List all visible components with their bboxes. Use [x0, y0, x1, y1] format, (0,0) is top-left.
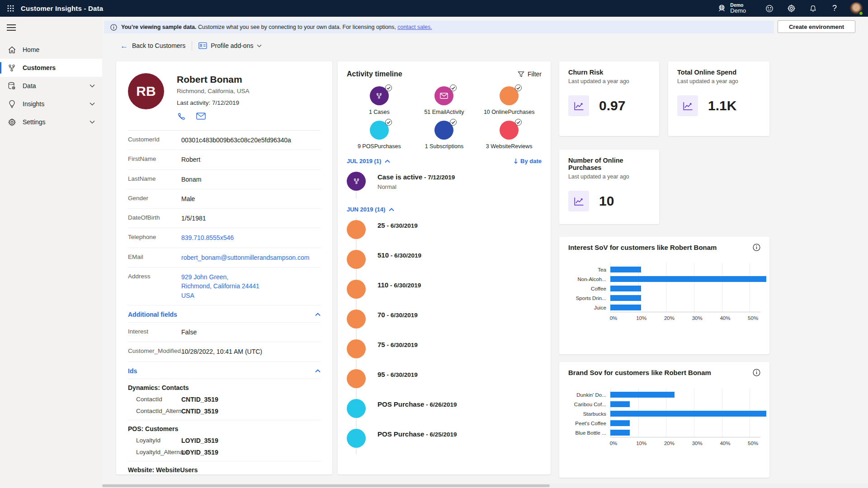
top-app-bar: Customer Insights - Data Demo Demo — [0, 0, 868, 17]
id-value: CNTID_3519 — [181, 408, 218, 415]
activity-type-emailactivity[interactable]: 51 EmailActivity — [412, 86, 477, 115]
chart-tick-label: 20% — [664, 315, 675, 321]
environment-picker[interactable]: Demo Demo — [717, 3, 746, 14]
timeline-item[interactable]: Case is active - 7/12/2019Normal — [347, 169, 542, 199]
section-header-ids[interactable]: Ids — [128, 362, 321, 379]
activity-type-circle — [434, 121, 453, 140]
filter-button[interactable]: Filter — [518, 70, 542, 78]
feedback-smiley-icon[interactable] — [760, 0, 778, 17]
hamburger-menu-icon[interactable] — [0, 17, 102, 31]
sidebar-item-customers[interactable]: Customers — [0, 59, 102, 77]
timeline-item-text: 70 - 6/30/2019 — [377, 310, 418, 319]
timeline-item-title: 95 - 6/30/2019 — [377, 371, 418, 379]
sort-arrow-down-icon — [514, 158, 518, 164]
id-value: LOYID_3519 — [181, 449, 218, 456]
timeline-item-title-date: - 6/30/2019 — [389, 252, 421, 259]
sidebar-item-data[interactable]: Data — [0, 77, 102, 95]
timeline-item-text: POS Purchase - 6/26/2019 — [377, 399, 457, 408]
field-value: Male — [181, 194, 195, 203]
chart-tick-label: 30% — [692, 315, 703, 321]
timeline-item[interactable]: POS Purchase - 6/25/2019 — [347, 426, 542, 456]
sidebar-item-label: Customers — [23, 64, 56, 71]
timeline-month-toggle[interactable]: JUN 2019 (14) — [347, 206, 394, 213]
filter-label: Filter — [528, 70, 542, 78]
timeline-item[interactable]: 95 - 6/30/2019 — [347, 366, 542, 396]
timeline-item-title: POS Purchase - 6/26/2019 — [377, 400, 457, 408]
chevron-down-icon — [90, 120, 95, 124]
activity-type-websitereviews[interactable]: 3 WebsiteReviews — [476, 121, 542, 150]
timeline-item-circle — [347, 280, 366, 299]
chevron-down-icon — [90, 84, 95, 88]
section-header-additional-fields[interactable]: Additional fields — [128, 305, 321, 323]
profile-field-row: FirstNameRobert — [128, 150, 321, 169]
field-label: FirstName — [128, 155, 181, 164]
id-row: ContactId_Altern...CNTID_3519 — [128, 405, 321, 417]
timeline-item-title-date: - 6/30/2019 — [385, 342, 418, 348]
contact-sales-link[interactable]: contact sales. — [397, 24, 432, 30]
sidebar-item-settings[interactable]: Settings — [0, 113, 102, 131]
home-icon — [7, 45, 16, 54]
profile-addons-menu[interactable]: Profile add-ons — [198, 42, 262, 49]
timeline-month-toggle[interactable]: JUL 2019 (1) — [347, 158, 390, 164]
timeline-item[interactable]: 75 - 6/30/2019 — [347, 337, 542, 366]
app-launcher-waffle-icon[interactable] — [0, 0, 21, 17]
back-to-customers-link[interactable]: ← Back to Customers — [120, 42, 185, 50]
field-value[interactable]: 929 John Green, Richmond, California 244… — [181, 272, 259, 300]
sidebar-item-home[interactable]: Home — [0, 41, 102, 59]
sort-by-date-button[interactable]: By date — [514, 158, 542, 164]
chart-bar — [610, 305, 641, 310]
id-group-name: Website: WebsiteUsers — [128, 461, 321, 474]
info-icon[interactable] — [753, 244, 760, 251]
field-value: 1/5/1981 — [181, 214, 206, 223]
email-icon[interactable] — [196, 113, 206, 121]
breadcrumb-divider — [192, 41, 192, 51]
help-icon[interactable]: ? — [826, 0, 844, 17]
notifications-bell-icon[interactable] — [804, 0, 822, 17]
info-icon — [110, 24, 117, 31]
chart-gridline — [750, 263, 750, 312]
phone-icon[interactable] — [177, 113, 185, 121]
field-value[interactable]: 839.710.8555x546 — [181, 233, 234, 242]
timeline-item-text: 25 - 6/30/2019 — [377, 220, 418, 230]
database-icon — [7, 81, 16, 90]
field-label: Telephone — [128, 233, 181, 242]
timeline-group-header: JUN 2019 (14) — [347, 199, 542, 217]
info-icon[interactable] — [753, 369, 760, 376]
activity-type-onlinepurchases[interactable]: 10 OnlinePurchases — [476, 86, 542, 115]
timeline-item-text: 110 - 6/30/2019 — [377, 280, 421, 289]
field-value: False — [181, 328, 197, 337]
chart-bar — [610, 295, 641, 301]
sidebar-item-insights[interactable]: Insights — [0, 95, 102, 113]
environment-name: Demo — [730, 8, 746, 14]
kpi-value: 10 — [599, 193, 614, 209]
sidebar-item-label: Home — [23, 46, 39, 53]
profile-sections: Additional fieldsInterestFalseCustomer_M… — [128, 305, 321, 474]
field-value[interactable]: robert_bonam@suttonmillerandsampson.com — [181, 253, 309, 262]
section-title: Additional fields — [128, 311, 177, 318]
horizontal-scrollbar — [0, 483, 868, 488]
timeline-item[interactable]: POS Purchase - 6/26/2019 — [347, 396, 542, 426]
timeline-item-text: POS Purchase - 6/25/2019 — [377, 429, 457, 438]
activity-type-cases[interactable]: 1 Cases — [347, 86, 412, 115]
timeline-item[interactable]: 110 - 6/30/2019 — [347, 277, 542, 307]
activity-type-label: 10 OnlinePurchases — [484, 109, 535, 115]
settings-gear-icon[interactable] — [782, 0, 800, 17]
timeline-item-title-date: - 7/12/2019 — [422, 174, 455, 181]
timeline-item[interactable]: 25 - 6/30/2019 — [347, 217, 542, 247]
customer-profile-card: RB Robert Bonam Richmond, California, US… — [116, 61, 332, 474]
kpi-value: 0.97 — [599, 98, 625, 113]
user-avatar[interactable] — [850, 2, 863, 15]
timeline-item[interactable]: 510 - 6/30/2019 — [347, 247, 542, 277]
timeline-item[interactable]: 70 - 6/30/2019 — [347, 307, 542, 337]
horizontal-scrollbar-thumb[interactable] — [102, 484, 550, 487]
back-label: Back to Customers — [132, 42, 185, 49]
field-label: Interest — [128, 328, 181, 337]
customer-avatar: RB — [128, 73, 164, 109]
activity-type-pospurchases[interactable]: 9 POSPurchases — [347, 121, 412, 150]
create-environment-button[interactable]: Create environment — [778, 20, 855, 33]
id-group: Website: WebsiteUsersUserIdUSERID_3519Us… — [128, 461, 321, 474]
timeline-item-title: POS Purchase - 6/25/2019 — [377, 430, 457, 438]
timeline-item-title-strong: POS Purchase — [377, 430, 424, 438]
activity-type-subscriptions[interactable]: 1 Subscriptions — [412, 121, 477, 150]
line-chart-icon — [568, 191, 589, 211]
